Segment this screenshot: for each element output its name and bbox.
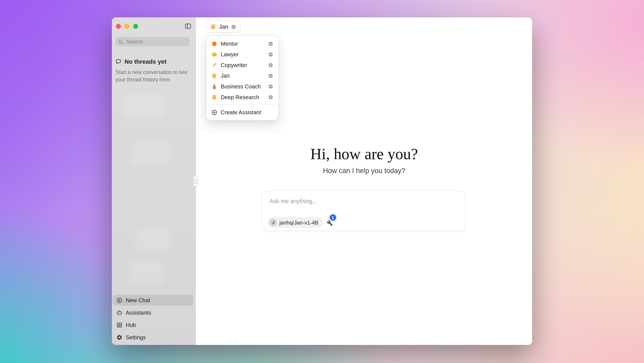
- assistant-selector-button[interactable]: Jan: [206, 21, 240, 33]
- nav-label: New Chat: [126, 297, 150, 303]
- chat-bubble-icon: [116, 59, 121, 65]
- waving-hand-emoji-icon: [211, 73, 218, 79]
- menu-item-label: Mentor: [221, 41, 238, 47]
- sidebar-vibrancy-blob: [123, 94, 167, 117]
- gear-icon[interactable]: [231, 24, 236, 30]
- pencil-emoji-icon: [211, 62, 218, 68]
- model-avatar: J: [270, 219, 277, 226]
- gear-icon[interactable]: [268, 73, 273, 78]
- menu-item-label: Deep Research: [221, 94, 259, 100]
- model-selector[interactable]: J janhq/Jan-v1-4B: [268, 217, 322, 228]
- tools-button[interactable]: 1: [326, 217, 336, 227]
- assistant-menu-item-jan[interactable]: Jan: [206, 70, 278, 81]
- jan-app-window: No threads yet Start a new conversation …: [112, 17, 532, 345]
- nav-label: Assistants: [126, 309, 151, 316]
- plus-circle-icon: [211, 109, 218, 115]
- threads-empty-state: No threads yet Start a new conversation …: [116, 58, 192, 83]
- screen: No threads yet Start a new conversation …: [0, 0, 644, 363]
- sidebar-vibrancy-blob: [132, 142, 169, 164]
- gear-icon[interactable]: [268, 84, 273, 89]
- search-input[interactable]: [125, 38, 186, 45]
- search-icon: [118, 39, 123, 44]
- sidebar-resize-handle[interactable]: [193, 176, 198, 186]
- empty-state-title: No threads yet: [124, 58, 166, 65]
- menu-item-label: Copywriter: [221, 62, 247, 68]
- main-pane: Jan Mentor Lawyer Copywriter: [196, 17, 532, 345]
- model-name: janhq/Jan-v1-4B: [280, 219, 318, 226]
- chat-composer[interactable]: J janhq/Jan-v1-4B 1: [262, 190, 466, 231]
- current-assistant-name: Jan: [219, 23, 228, 30]
- hub-grid-icon: [116, 322, 122, 328]
- hugging-face-emoji-icon: [211, 51, 218, 58]
- gear-icon[interactable]: [268, 41, 273, 46]
- menu-item-label: Jan: [221, 73, 230, 79]
- assistant-menu-item-copywriter[interactable]: Copywriter: [206, 60, 278, 70]
- assistant-menu-item-lawyer[interactable]: Lawyer: [206, 49, 278, 60]
- menu-divider: [206, 104, 278, 105]
- sidebar-item-new-chat[interactable]: New Chat: [112, 295, 193, 305]
- greeting: Hi, how are you? How can I help you toda…: [196, 144, 532, 175]
- search-field[interactable]: [116, 37, 190, 46]
- tools-count-badge: 1: [330, 214, 336, 221]
- sidebar-item-assistants[interactable]: Assistants: [112, 307, 193, 318]
- greeting-title: Hi, how are you?: [196, 144, 532, 164]
- chat-input[interactable]: [269, 197, 458, 205]
- assistant-menu-item-deep-research[interactable]: Deep Research: [206, 92, 278, 103]
- money-bag-emoji-icon: [211, 83, 218, 89]
- gear-icon[interactable]: [268, 95, 273, 100]
- waving-hand-emoji-icon: [211, 94, 218, 100]
- wrench-icon: [326, 220, 333, 226]
- gear-icon[interactable]: [268, 62, 273, 68]
- assistants-bot-icon: [116, 309, 122, 316]
- assistant-dropdown-menu: Mentor Lawyer Copywriter Jan: [206, 35, 279, 120]
- create-assistant-label: Create Assistant: [221, 109, 261, 115]
- create-assistant-button[interactable]: Create Assistant: [206, 107, 278, 118]
- menu-item-label: Business Coach: [221, 83, 261, 89]
- greeting-subtitle: How can I help you today?: [196, 167, 532, 175]
- assistant-menu-item-mentor[interactable]: Mentor: [206, 38, 278, 49]
- sidebar-vibrancy-blob: [130, 261, 165, 284]
- menu-item-label: Lawyer: [221, 51, 239, 58]
- settings-gear-icon: [116, 334, 122, 340]
- zoom-button[interactable]: [133, 24, 138, 29]
- nav-label: Settings: [126, 334, 146, 340]
- plus-circle-icon: [116, 297, 122, 303]
- close-button[interactable]: [116, 24, 121, 29]
- sidebar-vibrancy-blob: [136, 228, 171, 250]
- orange-circle-emoji-icon: [211, 41, 218, 47]
- composer-toolbar: J janhq/Jan-v1-4B 1: [268, 217, 336, 228]
- nav-label: Hub: [126, 322, 136, 328]
- empty-state-description: Start a new conversation to see your thr…: [116, 69, 192, 84]
- assistant-menu-item-business-coach[interactable]: Business Coach: [206, 81, 278, 92]
- sidebar-item-hub[interactable]: Hub: [112, 319, 193, 330]
- minimize-button[interactable]: [124, 24, 129, 29]
- sidebar-item-settings[interactable]: Settings: [112, 332, 193, 342]
- waving-hand-emoji-icon: [210, 23, 216, 30]
- gear-icon[interactable]: [268, 52, 273, 57]
- window-controls: [116, 24, 138, 29]
- sidebar: No threads yet Start a new conversation …: [112, 17, 196, 345]
- sidebar-toggle-icon[interactable]: [184, 23, 192, 30]
